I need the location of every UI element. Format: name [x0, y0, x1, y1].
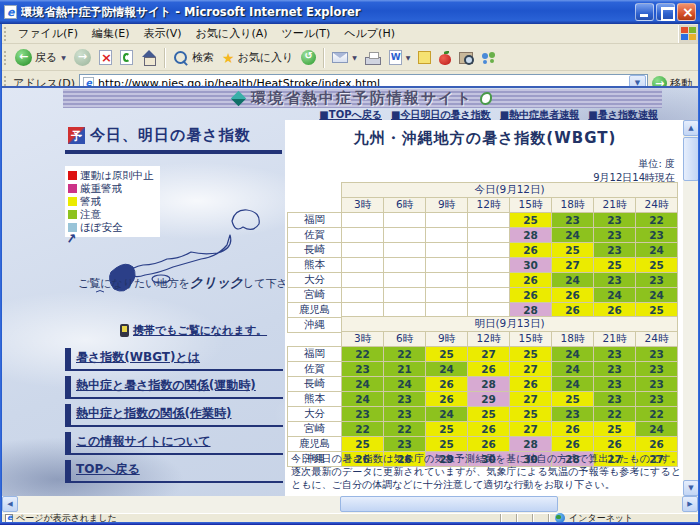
hours-row: 3時6時9時12時15時18時21時24時: [288, 332, 678, 347]
wbgt-cell: 23: [594, 228, 636, 243]
scroll-up-icon[interactable]: ▲: [683, 120, 698, 136]
city-label: 宮崎: [288, 288, 342, 303]
status-pane: [500, 514, 516, 522]
wbgt-table: 明日(9月13日)3時6時9時12時15時18時21時24時福岡22222527…: [287, 316, 678, 467]
refresh-button[interactable]: [116, 49, 137, 66]
horizontal-scroll-thumb[interactable]: [340, 496, 558, 512]
sidebar-link[interactable]: この情報サイトについて: [65, 432, 283, 455]
table-caption: 明日(9月13日): [342, 317, 678, 332]
wbgt-cell: 24: [552, 273, 594, 288]
compass-arrow-icon: ↗: [65, 230, 78, 247]
wbgt-cell: 24: [594, 288, 636, 303]
city-label: 熊本: [288, 392, 342, 407]
forward-button[interactable]: [70, 48, 95, 67]
back-button[interactable]: 戻る ▼: [11, 48, 70, 67]
hour-header: 24時: [636, 332, 678, 347]
search-label: 検索: [192, 50, 214, 65]
home-button[interactable]: [137, 49, 161, 66]
heading-underline: [65, 150, 282, 154]
sidebar-heading-label: 今日、明日の暑さ指数: [90, 126, 251, 145]
edit-button[interactable]: ▼: [385, 49, 415, 66]
scroll-down-icon[interactable]: ▼: [683, 480, 698, 496]
table-row: 佐賀28242323: [288, 228, 678, 243]
wbgt-cell: [342, 273, 384, 288]
wbgt-cell: 27: [510, 422, 552, 437]
wbgt-cell: 23: [384, 392, 426, 407]
research-button[interactable]: [455, 51, 477, 65]
horizontal-scrollbar[interactable]: ◀ ▶: [2, 496, 698, 513]
mail-dropdown-icon[interactable]: ▼: [352, 54, 357, 61]
wbgt-cell: 22: [594, 407, 636, 422]
back-icon: [15, 49, 32, 66]
menu-grip: [4, 27, 9, 41]
minimize-button[interactable]: [635, 3, 654, 21]
legend-swatch: [68, 184, 77, 193]
sidebar-link[interactable]: 熱中症と暑さ指数の関係(運動時): [65, 376, 283, 399]
menu-item[interactable]: ファイル(F): [11, 24, 85, 43]
menu-bar-items: ファイル(F)編集(E)表示(V)お気に入り(A)ツール(T)ヘルプ(H): [11, 24, 402, 43]
back-dropdown-icon[interactable]: ▼: [61, 54, 66, 61]
menu-item[interactable]: ツール(T): [275, 24, 338, 43]
hour-header: 3時: [342, 198, 384, 213]
blank-cell: [288, 183, 342, 198]
wbgt-cell: 26: [510, 273, 552, 288]
sidebar-heading: 今日、明日の暑さ指数: [68, 126, 251, 145]
edit-dropdown-icon[interactable]: ▼: [406, 54, 411, 61]
menu-item[interactable]: お気に入り(A): [189, 24, 275, 43]
legend-item: 厳重警戒: [68, 182, 154, 195]
apple-button[interactable]: [435, 50, 455, 66]
mail-button[interactable]: ▼: [328, 51, 361, 64]
legend-label: 厳重警戒: [80, 182, 122, 196]
title-bar: 環境省熱中症予防情報サイト - Microsoft Internet Explo…: [0, 0, 700, 24]
print-button[interactable]: [361, 50, 385, 66]
wbgt-cell: 24: [552, 362, 594, 377]
menu-item[interactable]: 編集(E): [85, 24, 137, 43]
wbgt-cell: [426, 258, 468, 273]
mail-icon: [332, 52, 348, 63]
sidebar-link[interactable]: 暑さ指数(WBGT)とは: [65, 348, 283, 371]
table-caption: 今日(9月12日): [342, 183, 678, 198]
wbgt-cell: 25: [468, 407, 510, 422]
wbgt-cell: 24: [552, 347, 594, 362]
word-edit-icon: [389, 50, 402, 65]
apple-icon: [439, 54, 451, 65]
discuss-button[interactable]: [414, 50, 435, 65]
wbgt-cell: 25: [426, 347, 468, 362]
disclaimer-note: 今日明日の暑さ指数は気象庁の気象予測結果を基に独自の方式で算出したものです。逐次…: [291, 452, 681, 492]
scroll-left-icon[interactable]: ◀: [2, 496, 18, 512]
wbgt-cell: 23: [594, 392, 636, 407]
legend-label: 運動は原則中止: [80, 169, 154, 183]
forecast-icon: [68, 127, 85, 144]
vertical-scroll-thumb[interactable]: [683, 137, 698, 181]
favorites-button[interactable]: お気に入り: [218, 49, 297, 67]
legend-swatch: [68, 210, 77, 219]
table-row: 熊本30272525: [288, 258, 678, 273]
menu-item[interactable]: 表示(V): [137, 24, 189, 43]
search-button[interactable]: 検索: [169, 49, 218, 67]
wbgt-cell: [342, 288, 384, 303]
maximize-button[interactable]: [656, 3, 675, 21]
wbgt-cell: 25: [636, 258, 678, 273]
messenger-button[interactable]: [477, 50, 501, 66]
wbgt-cell: 25: [510, 347, 552, 362]
media-button[interactable]: [297, 49, 320, 66]
menu-item[interactable]: ヘルプ(H): [337, 24, 402, 43]
mobile-link[interactable]: 携帯でもご覧になれます。: [133, 323, 267, 338]
wbgt-cell: 23: [594, 273, 636, 288]
wbgt-cell: 28: [510, 437, 552, 452]
wbgt-cell: 26: [636, 437, 678, 452]
wbgt-cell: 26: [426, 377, 468, 392]
wbgt-cell: 29: [468, 392, 510, 407]
wbgt-cell: [426, 273, 468, 288]
back-label: 戻る: [35, 50, 57, 65]
sidebar-link[interactable]: TOPへ戻る: [65, 460, 283, 483]
scroll-right-icon[interactable]: ▶: [682, 496, 698, 512]
stop-button[interactable]: [95, 49, 116, 66]
wbgt-cell: [468, 288, 510, 303]
vertical-scrollbar[interactable]: ▲ ▼: [683, 120, 698, 496]
sidebar-link[interactable]: 熱中症と指数の関係(作業時): [65, 404, 283, 427]
forward-icon: [74, 49, 91, 66]
wbgt-cell: 30: [510, 258, 552, 273]
close-button[interactable]: [677, 3, 696, 21]
wbgt-cell: 23: [594, 362, 636, 377]
